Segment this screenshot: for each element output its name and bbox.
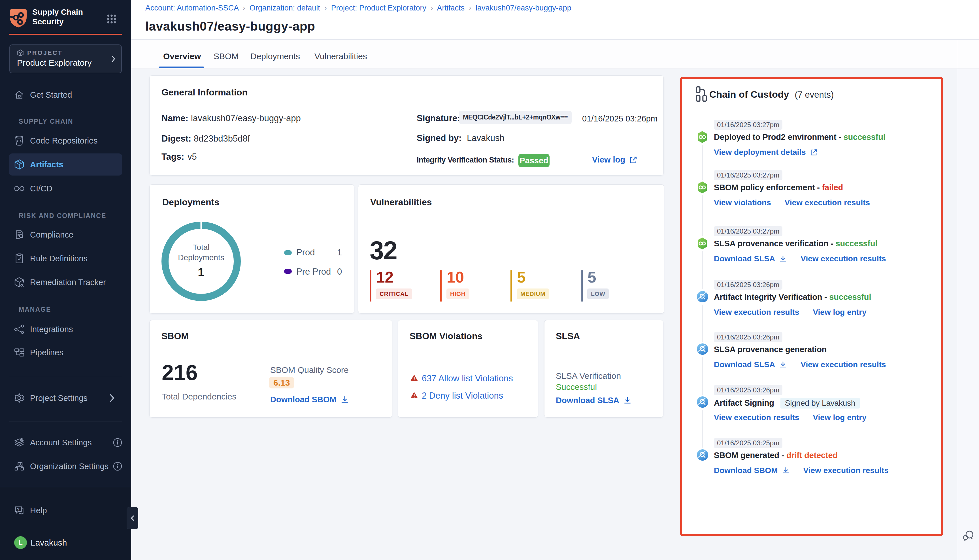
svg-text:?: ?	[17, 507, 20, 511]
